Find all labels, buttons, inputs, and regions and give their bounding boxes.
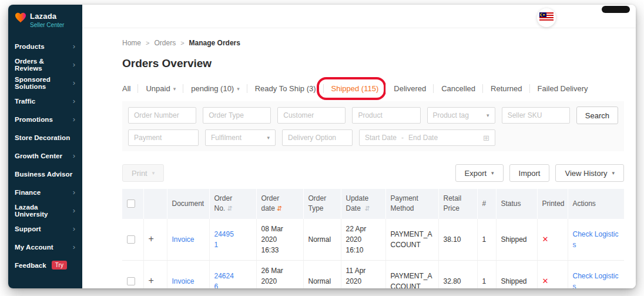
tab-unpaid[interactable]: Unpaid ▾ (137, 84, 176, 93)
export-button[interactable]: Export ▾ (455, 164, 504, 182)
check-logistics-link[interactable]: Check Logistics (573, 271, 620, 288)
sidebar-item-promotions[interactable]: Promotions › (8, 110, 82, 128)
update-time: 16:10 (346, 245, 381, 255)
export-label: Export (465, 169, 487, 178)
seller-sku-input[interactable]: Seller SKU (502, 107, 570, 124)
orders-table: Document Order No.⇵ Order date⇵ Order Ty… (122, 189, 624, 288)
expand-row-icon[interactable]: + (149, 275, 154, 285)
order-date: 08 Mar 2020 (261, 224, 298, 245)
print-button[interactable]: Print ▾ (122, 164, 164, 182)
end-date-placeholder: End Date (408, 134, 438, 142)
tab-shipped[interactable]: Shipped (115) (323, 84, 379, 93)
select-all-checkbox[interactable] (127, 199, 135, 208)
not-printed-icon: ✕ (542, 277, 549, 285)
order-date: 26 Mar 2020 (261, 265, 298, 287)
invoice-link[interactable]: Invoice (172, 277, 194, 285)
quantity: 1 (482, 277, 487, 285)
sidebar-item-traffic[interactable]: Traffic › (8, 92, 82, 110)
calendar-icon: ⊞ (483, 134, 489, 142)
tab-label: Unpaid (146, 84, 170, 93)
tab-returned[interactable]: Returned (482, 84, 522, 93)
brand-subtitle: Seller Center (30, 22, 64, 28)
tab-pending[interactable]: pending (10) ▾ (183, 84, 240, 93)
expand-row-icon[interactable]: + (149, 234, 154, 244)
header-order-no: Order No.⇵ (209, 189, 256, 219)
sidebar-item-support[interactable]: Support › (8, 219, 82, 238)
tab-delivered[interactable]: Delivered (385, 84, 426, 93)
breadcrumb-separator: > (180, 39, 184, 46)
order-type-input[interactable]: Order Type (203, 107, 271, 124)
sidebar-item-label: Sponsored Solutions (15, 76, 73, 90)
chevron-right-icon: › (73, 79, 75, 87)
tab-ready-to-ship[interactable]: Ready To Ship (3) (247, 84, 316, 93)
breadcrumb-orders[interactable]: Orders (154, 39, 176, 47)
tab-cancelled[interactable]: Cancelled (433, 84, 475, 93)
tab-label: Ready To Ship (3) (255, 84, 316, 93)
row-checkbox[interactable] (127, 277, 135, 285)
column-label: # (482, 199, 487, 208)
sidebar-item-my-account[interactable]: My Account › (8, 238, 82, 256)
sidebar-item-business-advisor[interactable]: Business Advisor (8, 165, 82, 183)
customer-input[interactable]: Customer (277, 107, 346, 124)
product-tag-select[interactable]: Product tag ▾ (427, 107, 495, 124)
sort-icon-active[interactable]: ⇵ (277, 205, 282, 212)
order-number-link[interactable]: 244951 (214, 229, 236, 250)
language-flag-button[interactable] (537, 8, 556, 27)
caret-down-icon: ▾ (152, 170, 155, 176)
order-type: Normal (308, 235, 331, 244)
main-area: Home > Orders > Manage Orders Orders Ove… (82, 5, 636, 288)
sidebar-item-label: Orders & Reviews (15, 58, 73, 72)
sidebar-item-label: Support (15, 225, 41, 232)
sidebar-item-store-decoration[interactable]: Store Decoration (8, 128, 82, 147)
sidebar-item-feedback[interactable]: Feedback Try (8, 256, 82, 274)
tab-failed-delivery[interactable]: Failed Delivery (529, 84, 588, 93)
page-content: Home > Orders > Manage Orders Orders Ove… (82, 28, 636, 288)
chevron-right-icon: › (73, 42, 75, 50)
invoice-link[interactable]: Invoice (172, 235, 194, 244)
order-number-link[interactable]: 246246 (214, 271, 236, 288)
update-date: 11 Apr 2020 (346, 265, 381, 287)
tab-all[interactable]: All (122, 84, 130, 93)
sidebar-item-finance[interactable]: Finance › (8, 183, 82, 201)
order-time: 16:33 (261, 245, 298, 255)
header-order-type: Order Type (303, 189, 341, 219)
chevron-right-icon: › (73, 61, 75, 68)
order-number-input[interactable]: Order Number (128, 107, 196, 124)
table-row: + Invoice 244951 08 Mar 2020 16:33 Norma… (122, 219, 624, 261)
breadcrumb-home[interactable]: Home (122, 39, 141, 47)
sidebar-item-orders-reviews[interactable]: Orders & Reviews › (8, 55, 82, 74)
delivery-option-input[interactable]: Delivery Option (282, 129, 353, 146)
view-history-button[interactable]: View History ▾ (555, 164, 624, 182)
order-time: 20:36 (261, 287, 298, 288)
check-logistics-link[interactable]: Check Logistics (573, 229, 620, 250)
import-button[interactable]: Import (509, 164, 550, 182)
header-qty: # (477, 189, 496, 219)
sidebar-nav: Products › Orders & Reviews › Sponsored … (8, 37, 82, 274)
import-label: Import (519, 169, 541, 178)
quantity: 1 (482, 235, 487, 244)
sidebar-item-growth-center[interactable]: Growth Center › (8, 147, 82, 165)
table-toolbar: Print ▾ Export ▾ Import View History ▾ (122, 164, 624, 182)
sidebar-item-lazada-university[interactable]: Lazada University › (8, 201, 82, 219)
caret-down-icon: ▾ (491, 170, 494, 176)
header-retail-price: Retail Price (438, 189, 477, 219)
sort-icon[interactable]: ⇵ (227, 205, 232, 212)
product-input[interactable]: Product (352, 107, 420, 124)
print-label: Print (132, 169, 147, 178)
search-button[interactable]: Search (576, 107, 618, 124)
topbar (82, 5, 636, 28)
view-history-label: View History (565, 169, 607, 178)
sidebar-item-sponsored-solutions[interactable]: Sponsored Solutions › (8, 74, 82, 92)
toolbar-right-group: Export ▾ Import View History ▾ (455, 164, 625, 182)
tab-label: pending (10) (191, 84, 234, 93)
sidebar-item-label: Finance (15, 189, 41, 196)
brand-logo[interactable]: Lazada Seller Center (8, 5, 82, 37)
date-range-input[interactable]: Start Date - End Date ⊞ (359, 129, 495, 146)
table-row: + Invoice 246246 26 Mar 2020 20:36 Norma… (122, 260, 624, 288)
fulfilment-select[interactable]: Fulfilment ▾ (205, 129, 276, 146)
sort-icon[interactable]: ⇵ (364, 205, 370, 212)
row-checkbox[interactable] (127, 235, 135, 244)
payment-input[interactable]: Payment (128, 129, 199, 146)
try-badge[interactable]: Try (52, 261, 67, 270)
sidebar-item-products[interactable]: Products › (8, 37, 82, 55)
